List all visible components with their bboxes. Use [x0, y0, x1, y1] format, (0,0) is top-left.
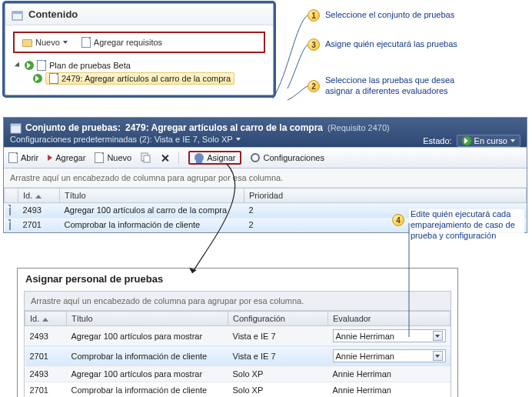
state-control[interactable]: Estado: En curso: [423, 135, 520, 147]
sort-asc-icon: [35, 195, 42, 198]
group-hint: Arrastre aquí un encabezado de columna p…: [4, 168, 527, 188]
chevron-down-icon: [63, 41, 68, 44]
configurations-label: Configuraciones: [263, 153, 324, 162]
new-label: Nuevo: [107, 153, 131, 162]
cell-config: Solo XP: [228, 382, 328, 398]
cell-title: Agregar 100 artículos para mostrar: [67, 366, 228, 382]
group-hint: Arrastre aquí un encabezado de columna p…: [25, 292, 451, 311]
col-id[interactable]: Id.: [25, 312, 67, 326]
tree-item-label: 2479: Agregar artículos al carro de la c…: [62, 74, 231, 83]
new-button[interactable]: Nuevo: [19, 36, 71, 48]
cell-tester: Annie Herriman: [328, 366, 451, 382]
new-label: Nuevo: [35, 38, 60, 47]
table-row[interactable]: 2701Comprobar la información de clienteS…: [25, 382, 451, 398]
suite-header: Conjunto de pruebas: 2479: Agregar artíc…: [4, 118, 527, 147]
svg-rect-3: [11, 124, 21, 126]
user-icon: [195, 153, 204, 162]
col-title[interactable]: Título: [60, 188, 244, 203]
cell-config: Vista e IE 7: [228, 326, 328, 346]
folder-icon: [22, 39, 32, 47]
content-panel: Contenido Nuevo Agregar requisitos Plan …: [5, 3, 274, 95]
assign-grid: Id. Título Configuración Evaluador 2493A…: [25, 311, 451, 397]
suite-name: 2479: Agregar artículos al carro de la c…: [125, 122, 323, 133]
plan-icon: [37, 60, 46, 71]
tree-item-plan[interactable]: Plan de pruebas Beta: [16, 59, 265, 72]
callout-badge-1: 1: [308, 9, 320, 22]
cell-config: Solo XP: [228, 366, 328, 382]
callout-4: Edite quién ejecutará cada emparejamient…: [409, 209, 524, 241]
cell-id: 2701: [25, 382, 67, 398]
table-row[interactable]: 2701Comprobar la información de clienteV…: [25, 346, 451, 366]
content-icon: [12, 9, 22, 20]
assign-button[interactable]: Asignar: [188, 151, 241, 165]
open-button[interactable]: Abrir: [8, 152, 38, 163]
cell-tester: Annie Herriman: [328, 326, 451, 346]
cell-id: 2701: [25, 346, 67, 366]
gear-icon: [251, 153, 260, 162]
delete-button[interactable]: [161, 154, 169, 162]
page-icon: [9, 205, 11, 215]
suite-toolbar: Abrir Agregar Nuevo Asignar Configuracio…: [4, 147, 527, 168]
chevron-down-icon: [435, 335, 440, 338]
chevron-down-icon: [236, 138, 241, 141]
tester-combo[interactable]: Annie Herriman: [333, 329, 446, 342]
callout-badge-3: 3: [308, 38, 320, 51]
dropdown-button[interactable]: [433, 351, 443, 361]
open-label: Abrir: [21, 153, 38, 162]
callout-2: Seleccione las pruebas que desea asignar…: [324, 75, 477, 97]
table-row[interactable]: 2493Agregar 100 artículos para mostrarSo…: [25, 366, 451, 382]
page-icon: [9, 219, 11, 230]
col-icon[interactable]: [5, 188, 18, 203]
tester-combo[interactable]: Annie Herriman: [333, 349, 446, 362]
copy-icon: [141, 152, 151, 163]
dropdown-button[interactable]: [433, 331, 443, 341]
suite-prefix: Conjunto de pruebas:: [25, 122, 121, 133]
configurations-button[interactable]: Configuraciones: [251, 153, 324, 162]
new-button[interactable]: Nuevo: [95, 152, 131, 163]
tester-value: Annie Herriman: [333, 385, 391, 395]
cell-title: Agregar 100 artículos para mostrar: [67, 326, 228, 346]
tester-value: Annie Herriman: [336, 352, 394, 361]
tree-item-suite[interactable]: 2479: Agregar artículos al carro de la c…: [45, 72, 234, 85]
assign-label: Asignar: [207, 153, 235, 162]
content-title: Contenido: [28, 8, 78, 20]
cell-id: 2493: [25, 366, 67, 382]
default-configs-label: Configuraciones predeterminadas (2): Vis…: [10, 135, 233, 144]
divider: [178, 152, 179, 164]
play-icon: [33, 74, 42, 83]
content-toolbar: Nuevo Agregar requisitos: [13, 32, 265, 53]
tree: Plan de pruebas Beta 2479: Agregar artíc…: [13, 59, 265, 85]
suite-icon: [49, 73, 58, 84]
chevron-down-icon: [435, 355, 440, 358]
add-requirements-button[interactable]: Agregar requisitos: [78, 35, 165, 49]
svg-rect-5: [144, 155, 150, 162]
page-icon: [95, 152, 104, 163]
cell-title: Comprobar la información de cliente: [67, 346, 228, 366]
add-button[interactable]: Agregar: [48, 153, 85, 162]
cell-title: Agregar 100 artículos al carro de la com…: [60, 203, 244, 218]
chevron-down-icon: [510, 139, 515, 142]
cell-title: Comprobar la información de cliente: [60, 218, 244, 232]
svg-rect-1: [12, 12, 22, 14]
table-row[interactable]: 2493Agregar 100 artículos para mostrarVi…: [25, 326, 451, 346]
col-config[interactable]: Configuración: [228, 312, 328, 326]
tree-item-suite-wrap: 2479: Agregar artículos al carro de la c…: [16, 72, 265, 85]
assign-testers-panel: Asignar personal de pruebas Arrastre aqu…: [17, 268, 458, 397]
col-id[interactable]: Id.: [18, 188, 60, 203]
content-header: Contenido: [5, 4, 273, 25]
cell-id: 2493: [18, 203, 60, 218]
state-label: Estado:: [423, 136, 451, 145]
callout-badge-2: 2: [308, 80, 320, 92]
add-requirements-label: Agregar requisitos: [94, 38, 162, 47]
suite-header-icon: [10, 122, 21, 133]
cell-title: Comprobar la información de cliente: [67, 382, 228, 398]
col-title[interactable]: Título: [67, 312, 228, 326]
expander-icon[interactable]: [15, 62, 22, 68]
tree-item-label: Plan de pruebas Beta: [49, 61, 131, 70]
close-icon: [161, 154, 169, 162]
play-icon: [462, 136, 471, 145]
cell-id: 2493: [25, 326, 67, 346]
col-tester[interactable]: Evaluador: [328, 312, 451, 326]
copy-button[interactable]: [141, 152, 151, 163]
col-priority[interactable]: Prioridad: [244, 188, 527, 203]
